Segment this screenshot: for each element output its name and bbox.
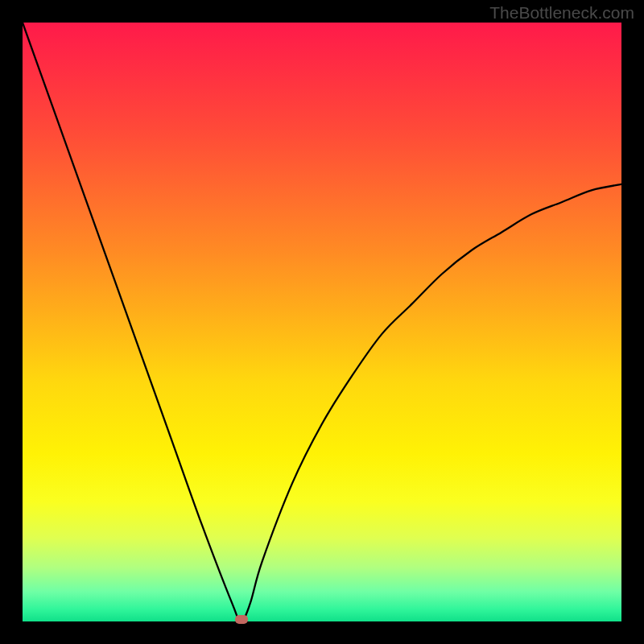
bottleneck-curve [23,23,621,621]
watermark-text: TheBottleneck.com [489,3,634,23]
minimum-marker [235,615,248,624]
chart-frame [23,23,621,621]
